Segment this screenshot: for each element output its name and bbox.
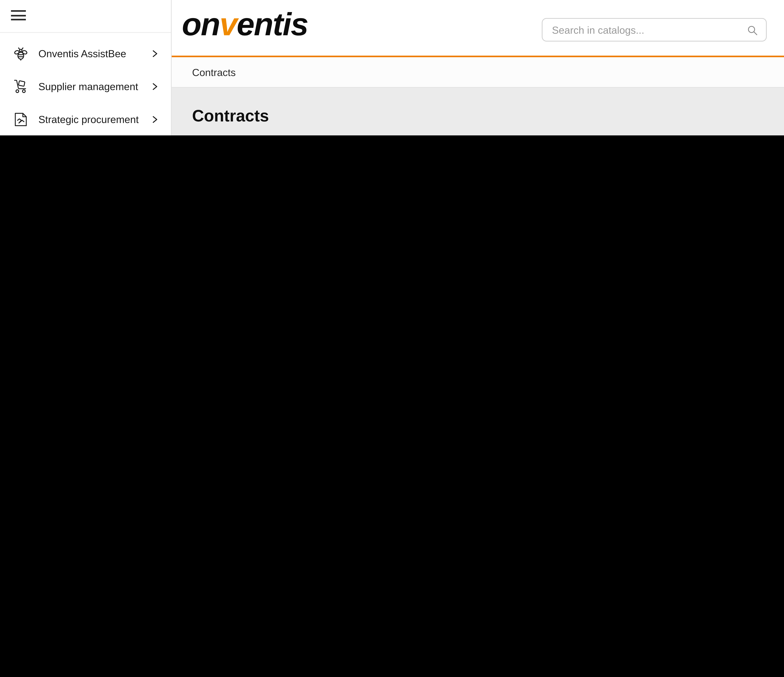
search-input[interactable] bbox=[543, 24, 745, 36]
sidebar-item-label: Strategic procurement bbox=[39, 113, 150, 125]
onventis-logo: onventis bbox=[182, 6, 308, 43]
divider bbox=[0, 32, 171, 33]
breadcrumb-bar: Contracts bbox=[172, 57, 784, 88]
breadcrumb[interactable]: Contracts bbox=[192, 66, 236, 78]
header-accent-line bbox=[172, 55, 784, 57]
sidebar-item-icon bbox=[12, 111, 29, 128]
sidebar-item-icon bbox=[12, 79, 29, 95]
sidebar-nav: Onventis AssistBee Supplier management S… bbox=[0, 37, 171, 135]
sidebar-item-label: Onventis AssistBee bbox=[39, 48, 150, 60]
chevron-right-icon bbox=[150, 49, 160, 59]
sidebar-item-icon bbox=[12, 46, 29, 62]
chevron-right-icon bbox=[150, 82, 160, 92]
chevron-right-icon bbox=[150, 114, 160, 124]
menu-icon[interactable] bbox=[11, 10, 26, 21]
app-window: Onventis AssistBee Supplier management S… bbox=[0, 0, 784, 135]
sidebar-item-label: Supplier management bbox=[39, 81, 150, 93]
sidebar-item[interactable]: Supplier management bbox=[0, 70, 171, 103]
catalog-search bbox=[542, 18, 767, 42]
sidebar-item[interactable]: Onventis AssistBee bbox=[0, 37, 171, 70]
sidebar: Onventis AssistBee Supplier management S… bbox=[0, 0, 172, 135]
sidebar-item[interactable]: Strategic procurement bbox=[0, 103, 171, 135]
page-title: Contracts bbox=[192, 107, 269, 125]
search-icon[interactable] bbox=[745, 23, 759, 37]
top-header: onventis CM bbox=[172, 0, 784, 57]
